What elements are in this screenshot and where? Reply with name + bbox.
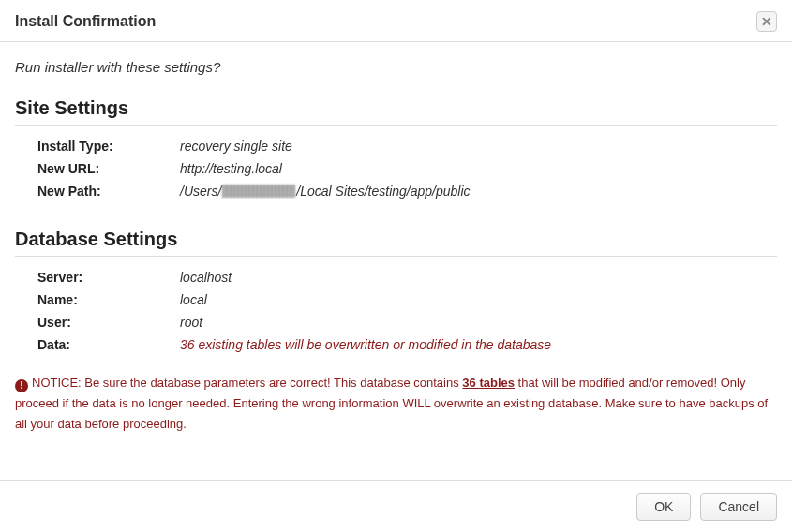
notice-pre: NOTICE: Be sure the database parameters … [32,376,462,390]
dialog-title: Install Confirmation [15,13,156,30]
dialog-footer: OK Cancel [0,480,792,532]
ok-button[interactable]: OK [636,493,691,521]
dialog-content: Run installer with these settings? Site … [0,42,792,480]
row-new-path: New Path: /Users/ /Local Sites/testing/a… [37,180,777,202]
confirmation-prompt: Run installer with these settings? [15,59,777,75]
close-icon: ✕ [761,14,772,29]
database-settings-table: Server: localhost Name: local User: root… [37,266,777,356]
divider [15,256,777,257]
row-server: Server: localhost [37,266,777,288]
label-name: Name: [37,292,180,307]
row-user: User: root [37,311,777,333]
value-new-path: /Users/ /Local Sites/testing/app/public [180,184,471,199]
value-new-url: http://testing.local [180,161,282,176]
tables-link[interactable]: 36 tables [462,376,515,390]
row-install-type: Install Type: recovery single site [37,135,777,157]
value-install-type: recovery single site [180,139,292,154]
path-prefix: /Users/ [180,184,221,199]
label-user: User: [37,315,180,330]
value-user: root [180,315,202,330]
label-data: Data: [37,337,180,352]
label-new-path: New Path: [37,184,180,199]
cancel-button[interactable]: Cancel [700,493,777,521]
row-name: Name: local [37,288,777,311]
divider [15,125,777,126]
site-settings-table: Install Type: recovery single site New U… [37,135,777,202]
warning-icon: ! [15,379,28,392]
value-data: 36 existing tables will be overwritten o… [180,337,551,352]
path-suffix: /Local Sites/testing/app/public [296,184,470,199]
redacted-segment [222,185,295,198]
row-new-url: New URL: http://testing.local [37,157,777,180]
label-server: Server: [37,270,180,285]
dialog-header: Install Confirmation ✕ [0,0,792,42]
label-install-type: Install Type: [37,139,180,154]
warning-notice: !NOTICE: Be sure the database parameters… [15,373,777,435]
close-button[interactable]: ✕ [756,11,777,32]
database-settings-heading: Database Settings [15,229,777,250]
label-new-url: New URL: [37,161,180,176]
value-server: localhost [180,270,232,285]
install-confirmation-dialog: Install Confirmation ✕ Run installer wit… [0,0,792,532]
value-name: local [180,292,207,307]
site-settings-heading: Site Settings [15,97,777,119]
row-data: Data: 36 existing tables will be overwri… [37,333,777,356]
